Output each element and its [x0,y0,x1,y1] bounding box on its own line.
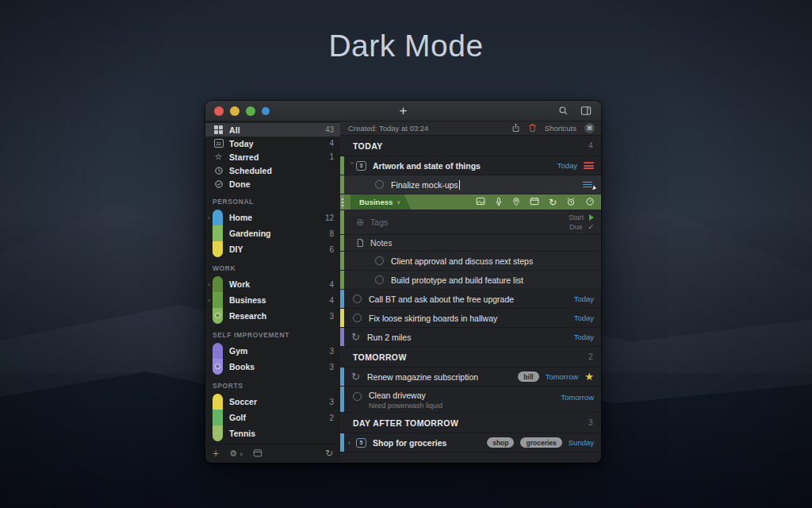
project-badge: 5 [356,438,366,448]
sidebar-list-home[interactable]: › Home 12 [205,210,340,225]
priority-icon[interactable] [584,161,594,171]
due-label[interactable]: Today [574,314,594,322]
start-icon[interactable] [589,214,594,221]
search-icon[interactable] [558,106,569,116]
sidebar-item-today[interactable]: 22 Today 4 [205,137,340,150]
subtask-title-input[interactable]: Finalize mock-ups [391,180,458,190]
checkbox[interactable] [353,294,362,303]
due-label[interactable]: Today [557,161,577,170]
tags-field-row[interactable]: ⊕ Tags Start Due✓ [340,210,601,235]
sidebar-list-research[interactable]: Research 3 [205,308,340,324]
due-label[interactable]: Sunday [569,438,594,447]
sidebar-item-scheduled[interactable]: Scheduled [205,164,340,177]
task-row[interactable]: Fix loose skirting boards in hallway Tod… [340,309,601,328]
command-key-icon[interactable]: ⌘ [584,123,595,133]
subtask-edit-row[interactable]: Finalize mock-ups [340,175,601,194]
repeat-icon[interactable]: ↻ [549,198,557,207]
tag-pill[interactable]: groceries [520,437,561,448]
list-selector-button[interactable]: Business ∨ [350,194,411,210]
check-icon[interactable]: ✓ [588,223,594,231]
task-row[interactable]: Clean driveway Need powerwash liquid Tom… [340,387,601,413]
gear-icon[interactable]: ⚙ [229,448,237,459]
project-badge: 3 [356,161,366,171]
close-button[interactable] [214,106,224,116]
due-label[interactable]: Tomorrow [561,393,594,402]
sidebar-list-gym[interactable]: Gym 3 [205,343,340,359]
repeat-checkbox-icon[interactable]: ↻ [351,372,362,381]
sidebar-item-done[interactable]: Done [205,177,340,190]
start-label[interactable]: Start [569,214,584,221]
repeat-checkbox-icon[interactable]: ↻ [351,333,362,341]
count-badge: 43 [325,125,334,134]
task-color-stripe [340,433,344,452]
subtask-row[interactable]: Build prototype and build feature list [340,271,601,290]
chevron-right-icon[interactable]: › [205,214,213,221]
sidebar-item-starred[interactable]: ☆ Starred 1 [205,150,340,164]
due-label[interactable]: Today [574,294,594,303]
sidebar-list-diy[interactable]: DIY 6 [205,241,340,257]
checkbox[interactable] [353,314,362,322]
sidebar-item-all[interactable]: All 43 [205,123,340,137]
chevron-down-icon: ∨ [396,199,400,206]
sidebar-list-work[interactable]: › Work 4 [205,276,340,292]
minimize-button[interactable] [230,106,239,116]
calendar-icon[interactable] [530,197,539,207]
sidebar-list-gardening[interactable]: Gardening 8 [205,225,340,241]
traffic-lights [214,106,270,116]
sync-icon[interactable]: ↻ [325,448,333,459]
checkbox[interactable] [375,275,384,284]
due-field-label[interactable]: Due [569,223,583,231]
zoom-button[interactable] [246,106,255,116]
due-label[interactable]: Today [574,333,594,341]
list-color-bar [213,308,223,324]
calendar-icon[interactable] [253,446,262,460]
info-bar: Created: Today at 03:24 Shortcuts ⌘ [340,121,601,136]
sidebar-list-tennis[interactable]: Tennis [205,425,340,441]
chevron-down-icon[interactable]: › [348,162,356,170]
microphone-icon[interactable] [495,197,503,208]
section-count: 3 [588,418,593,427]
image-attachment-icon[interactable] [476,197,485,207]
sidebar-list-soccer[interactable]: Soccer 3 [205,394,340,410]
focus-mode-button[interactable] [262,107,270,115]
notes-placeholder[interactable]: Notes [370,238,392,248]
shortcuts-label[interactable]: Shortcuts [545,124,576,133]
star-icon[interactable]: ★ [584,371,594,382]
section-header-tomorrow: TOMORROW 2 [340,347,601,368]
task-row-artwork[interactable]: › 3 Artwork and state of things Today [340,156,601,175]
chevron-right-icon[interactable]: › [348,439,356,447]
task-row[interactable]: ↻ Renew magazine subscription bill Tomor… [340,368,601,387]
tags-placeholder[interactable]: Tags [370,217,388,227]
trash-icon[interactable] [528,123,537,134]
notes-field-row[interactable]: Notes [340,235,601,252]
share-icon[interactable] [511,123,520,134]
task-list-pane: Created: Today at 03:24 Shortcuts ⌘ [340,121,601,462]
due-label[interactable]: Tomorrow [546,372,579,381]
sidebar-list-golf[interactable]: Golf 2 [205,410,340,425]
checkbox[interactable] [375,256,384,265]
task-row[interactable]: › 5 Shop for groceries shop groceries Su… [340,433,601,452]
list-color-bar [213,425,223,441]
location-pin-icon[interactable] [512,197,520,208]
reorder-list-icon[interactable] [583,180,594,189]
subtask-row[interactable]: Client approval and discuss next steps [340,252,601,271]
chevron-right-icon[interactable]: › [205,297,213,304]
alarm-icon[interactable] [566,197,576,208]
drag-handle-icon[interactable] [340,194,344,210]
task-row[interactable]: ↻ Run 2 miles Today [340,328,601,347]
checkbox[interactable] [375,180,384,189]
tag-add-icon[interactable]: ⊕ [356,217,364,228]
tag-pill[interactable]: shop [487,437,514,448]
add-list-button[interactable]: + [213,448,219,459]
app-window: + All 43 22 [205,101,601,463]
sidebar-toggle-icon[interactable] [580,106,592,116]
section-count: 2 [588,352,593,361]
section-header-day-after-tomorrow: DAY AFTER TOMORROW 3 [340,413,601,433]
tag-pill[interactable]: bill [518,371,538,382]
chevron-right-icon[interactable]: › [205,281,213,288]
sidebar-list-business[interactable]: › Business 4 [205,292,340,308]
checkbox[interactable] [353,392,362,401]
task-row[interactable]: Call BT and ask about the free upgrade T… [340,290,601,309]
timer-icon[interactable] [585,197,595,208]
sidebar-list-books[interactable]: Books 3 [205,359,340,375]
